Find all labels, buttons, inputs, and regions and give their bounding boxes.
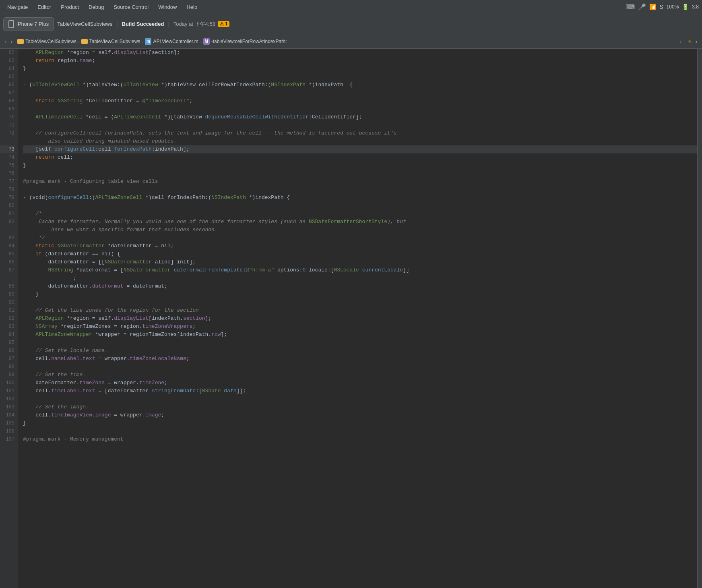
bc-label-1[interactable]: TableViewCellSubviews [25,39,76,44]
code-line-91: // Get the time zones for the region for… [23,306,697,315]
menubar-wifi: 📶 [649,4,656,10]
code-line-93: NSArray *regionTimeZones = region.timeZo… [23,323,697,331]
ln-72: 72 [0,129,14,137]
code-line-81: /* [23,210,697,218]
code-line-89: } [23,290,697,298]
menubar-icon2: 🎤 [638,3,646,11]
code-line-79: - (void)configureCell:(APLTimeZoneCell *… [23,194,697,202]
code-line-70: APLTimeZoneCell *cell = (APLTimeZoneCell… [23,113,697,121]
code-line-87: NSString *dateFormat = [NSDateFormatter … [23,266,697,274]
separator2: | [168,21,169,27]
menu-help[interactable]: Help [182,2,201,12]
menubar-battery: 100% [667,4,679,10]
code-line-83: */ [23,234,697,242]
ln-92: 92 [0,315,14,323]
code-line-80 [23,202,697,210]
bc-label-3[interactable]: APLViewController.m [153,39,198,44]
nav-back[interactable]: ‹ [3,37,8,46]
ln-73: 73 [0,145,14,153]
breadcrumb-segment-3: m APLViewController.m [145,38,198,45]
code-line-74: return cell; [23,153,697,161]
ln-97: 97 [0,355,14,363]
ln-66: 66 [0,81,14,89]
ln-87b [0,274,14,282]
ln-79: 79 [0,194,14,202]
bc-prev[interactable]: ‹ [678,37,683,46]
menu-window[interactable]: Window [154,2,181,12]
ln-90: 90 [0,298,14,306]
menu-debug[interactable]: Debug [85,2,108,12]
code-line-104: cell.timeImageView.image = wrapper.image… [23,411,697,419]
bc-label-4[interactable]: -tableView:cellForRowAtIndexPath: [211,39,287,44]
code-line-84: static NSDateFormatter *dateFormatter = … [23,242,697,250]
code-line-101: cell.timeLabel.text = [dateFormatter str… [23,387,697,395]
ln-89: 89 [0,290,14,298]
code-line-105: } [23,419,697,427]
bc-label-2[interactable]: TableViewCellSubviews [89,39,140,44]
code-line-62: APLRegion *region = self.displayList[sec… [23,49,697,57]
ln-87: 87 [0,266,14,274]
ln-84: 84 [0,242,14,250]
ln-98: 98 [0,363,14,371]
menubar-right: ⌨ 🎤 📶 S 100% 🔋 3:8 [626,3,699,11]
ln-77: 77 [0,178,14,186]
bc-chevron-3: › [200,39,202,44]
code-line-65 [23,73,697,81]
ln-82: 82 [0,218,14,226]
breadcrumb-segment-2: TableViewCellSubviews [81,39,140,44]
ln-72b [0,137,14,145]
bc-next[interactable]: › [694,37,699,46]
device-name: iPhone 7 Plus [17,21,49,27]
ln-106: 106 [0,427,14,435]
build-tab: TableViewCellSubviews | Build Succeeded … [57,21,229,28]
tabbar: iPhone 7 Plus TableViewCellSubviews | Bu… [0,14,702,34]
nav-forward[interactable]: › [9,37,14,46]
ln-76: 76 [0,170,14,178]
code-line-67 [23,89,697,97]
separator1: | [116,21,118,27]
menu-editor[interactable]: Editor [33,2,55,12]
breadcrumb-bar: ‹ › TableViewCellSubviews › TableViewCel… [0,34,702,49]
scrollbar[interactable] [697,49,702,588]
device-tab[interactable]: iPhone 7 Plus [3,17,54,31]
ln-63: 63 [0,57,14,65]
ln-78: 78 [0,186,14,194]
code-line-69 [23,105,697,113]
file-name: TableViewCellSubviews [57,21,112,27]
ln-64: 64 [0,65,14,73]
menu-source-control[interactable]: Source Control [109,2,153,12]
M-method-icon: M [203,38,210,45]
bc-chevron-1: › [78,39,80,44]
code-line-82b: here we want a specific format that excl… [23,226,697,234]
code-line-85: if (dateFormatter == nil) { [23,250,697,258]
code-line-78 [23,186,697,194]
ln-69: 69 [0,105,14,113]
breadcrumb-right: ‹ ⚠ › [678,37,699,46]
menu-product[interactable]: Product [57,2,83,12]
nav-arrows: ‹ › [3,37,14,46]
ln-104: 104 [0,411,14,419]
ln-95: 95 [0,339,14,347]
breadcrumb-segment-1: TableViewCellSubviews [17,39,76,44]
ln-107: 107 [0,435,14,443]
code-line-107: #pragma mark - Memory management [23,435,697,443]
menubar-time: 3:8 [692,4,699,10]
ln-99: 99 [0,371,14,379]
bc-warning-icon: ⚠ [688,39,692,44]
folder-icon-1 [17,39,24,44]
ln-91: 91 [0,306,14,315]
ln-82b [0,226,14,234]
code-line-92: APLRegion *region = self.displayList[ind… [23,315,697,323]
ln-96: 96 [0,347,14,355]
code-line-90 [23,298,697,306]
editor: 62 63 64 65 66 67 68 69 70 71 72 73 74 7… [0,49,702,588]
code-line-68: static NSString *CellIdentifier = @"Time… [23,97,697,105]
code-line-106 [23,427,697,435]
code-line-86: dateFormatter = [[NSDateFormatter alloc]… [23,258,697,266]
ln-83: 83 [0,234,14,242]
ln-75: 75 [0,161,14,170]
menubar: Navigate Editor Product Debug Source Con… [0,0,702,14]
menu-navigate[interactable]: Navigate [3,2,32,12]
code-editor[interactable]: APLRegion *region = self.displayList[sec… [18,49,697,588]
code-line-100: dateFormatter.timeZone = wrapper.timeZon… [23,379,697,387]
